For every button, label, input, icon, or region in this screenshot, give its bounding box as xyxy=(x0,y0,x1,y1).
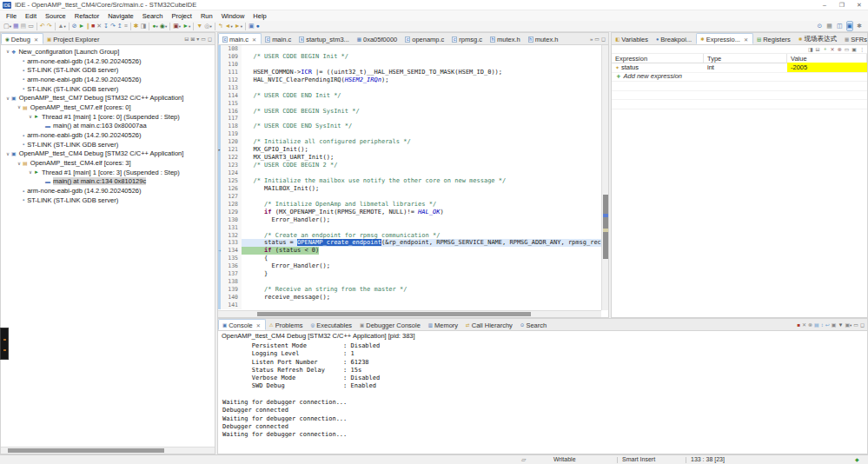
menu-navigate[interactable]: Navigate xyxy=(103,12,138,20)
scroll-lock-icon[interactable]: ↕ xyxy=(821,322,824,328)
tree-item[interactable]: ∨►Thread #1 [main] 1 [core: 3] (Suspende… xyxy=(1,168,215,177)
console-output[interactable]: Persistent Mode : Disabled Logging Level… xyxy=(218,341,867,440)
maximize-view-icon[interactable]: ◻ xyxy=(860,321,865,328)
minimized-view-icon[interactable] xyxy=(3,349,6,351)
code-line[interactable]: 124 xyxy=(218,169,601,177)
tab-startup-stm3-[interactable]: sstartup_stm3... xyxy=(295,33,354,44)
clear-console-icon[interactable]: ▤ xyxy=(814,321,819,328)
close-window-icon[interactable]: ✕ xyxy=(851,0,868,10)
dropdown-arrow-icon[interactable]: ▾ xyxy=(189,24,190,29)
display-console-icon[interactable]: ▼ xyxy=(838,322,843,328)
info-icon[interactable]: ● xyxy=(256,22,260,30)
terminate-icon[interactable]: ■ xyxy=(797,322,800,328)
dropdown-arrow-icon[interactable]: ▾ xyxy=(241,24,242,29)
tab--[interactable]: ✱现场表达式 xyxy=(795,33,841,44)
show-type-names-icon[interactable]: ◨ xyxy=(808,46,813,52)
debug-perspective-icon[interactable]: ▣ xyxy=(847,22,853,30)
target-status-icon[interactable]: ◎▾ xyxy=(204,22,211,31)
menu-source[interactable]: Source xyxy=(41,12,70,20)
tree-item[interactable]: ∨►Thread #1 [main] 1 [core: 0] (Suspende… xyxy=(1,112,215,122)
copy-expressions-icon[interactable]: ▭ xyxy=(845,46,850,52)
menu-file[interactable]: File xyxy=(2,12,21,20)
minimize-view-icon[interactable]: ▭ xyxy=(594,36,600,42)
disconnect-icon[interactable]: ✕ xyxy=(96,22,102,30)
step-return-icon[interactable]: ↥ xyxy=(117,22,123,30)
step-into-icon[interactable]: ↧ xyxy=(103,22,109,30)
suspend-icon[interactable]: ∥ xyxy=(87,22,90,30)
code-line[interactable]: 117 xyxy=(218,115,601,123)
forward-icon[interactable]: ►▾ xyxy=(235,22,242,31)
coverage-icon[interactable]: ▣▾ xyxy=(173,22,181,31)
add-expression-row[interactable]: ＋Add new expression xyxy=(612,73,867,83)
code-line[interactable]: 138 xyxy=(218,278,601,286)
expander-icon[interactable]: ∨ xyxy=(27,114,34,119)
tree-item[interactable]: ∨▤OpenAMP_ttest_CM7.elf [cores: 0] xyxy=(1,103,215,112)
editor-hscrollbar[interactable] xyxy=(218,310,601,317)
tab-main-c[interactable]: cmain.c✕ xyxy=(218,33,262,44)
collapse-all-icon[interactable]: ⊟ xyxy=(184,36,189,42)
code-line[interactable]: 118 /* USER CODE END SysInit */ xyxy=(218,123,601,130)
last-edit-location-icon[interactable]: ↰ xyxy=(218,22,223,30)
hscroll-thumb[interactable] xyxy=(257,312,531,316)
tree-item[interactable]: ▪ST-LINK (ST-LINK GDB server) xyxy=(1,196,215,205)
column-header-expression[interactable]: Expression xyxy=(612,54,704,63)
dropdown-arrow-icon[interactable]: ▾ xyxy=(165,24,167,29)
skip-breakpoints-icon[interactable]: ⊘ xyxy=(72,22,77,30)
tab-memory[interactable]: ▥Memory xyxy=(425,319,462,330)
tab-openamp-c[interactable]: copenamp.c xyxy=(401,33,448,44)
code-line[interactable]: 127 xyxy=(218,193,601,201)
code-line[interactable]: 110 xyxy=(218,61,601,69)
run-icon[interactable]: ●▾ xyxy=(152,22,158,31)
remove-expression-icon[interactable]: ✕ xyxy=(831,46,835,52)
tab-variables[interactable]: ◧Variables xyxy=(612,33,653,44)
tree-item[interactable]: ▬main() at main.c:134 0x810129c xyxy=(1,177,215,187)
remove-terminated-icon[interactable]: ⊠ xyxy=(190,36,195,42)
remove-all-launches-icon[interactable]: ⊗ xyxy=(808,321,812,328)
code-line[interactable]: 137 } xyxy=(218,270,601,278)
close-icon[interactable]: ✕ xyxy=(252,36,256,43)
close-icon[interactable]: ✕ xyxy=(744,36,748,43)
dropdown-arrow-icon[interactable]: ▾ xyxy=(10,24,11,29)
code-line[interactable]: 126 MAILBOX_Init(); xyxy=(218,185,601,193)
tab-sfrs[interactable]: ▦SFRs xyxy=(841,33,868,44)
tree-item[interactable]: ∨▣OpenAMP_ttest_CM4 Debug [STM32 C/C++ A… xyxy=(1,149,215,159)
open-perspective-icon[interactable]: ▦ xyxy=(826,22,832,30)
code-line[interactable]: 140 receive_message(); xyxy=(218,294,601,302)
code-line[interactable]: 136 Error_Handler(); xyxy=(218,262,601,270)
instruction-stepping-icon[interactable]: ≡ xyxy=(124,22,128,30)
vscroll-thumb[interactable] xyxy=(603,195,608,259)
menu-window[interactable]: Window xyxy=(217,12,249,20)
code-line[interactable]: 122 MX_USART3_UART_Init(); xyxy=(218,154,601,162)
code-line[interactable]: 132 /* Create an endpoint for rpmsg comm… xyxy=(218,232,601,240)
dropdown-arrow-icon[interactable]: ▾ xyxy=(63,24,65,29)
expander-icon[interactable]: ∨ xyxy=(16,104,23,109)
tab-mutex-h[interactable]: hmutex.h xyxy=(525,33,563,44)
tree-item[interactable]: ∨❖New_configuration [Launch Group] xyxy=(1,47,215,56)
debug-panel-hscrollbar[interactable] xyxy=(1,447,215,454)
maximize-window-icon[interactable]: ❐ xyxy=(833,0,851,10)
remove-all-expressions-icon[interactable]: ⊗ xyxy=(838,46,842,52)
overview-marker-selection[interactable] xyxy=(603,214,608,217)
redo-icon[interactable]: ↷ xyxy=(47,22,52,30)
dropdown-arrow-icon[interactable]: ▾ xyxy=(156,24,158,29)
code-line[interactable]: 131 xyxy=(218,224,601,232)
new-expression-icon[interactable]: ✱ xyxy=(134,22,139,30)
tree-item[interactable]: ▪arm-none-eabi-gdb (14.2.90.20240526) xyxy=(1,186,215,196)
column-header-value[interactable]: Value xyxy=(787,54,867,63)
tree-item[interactable]: ∨▤OpenAMP_ttest_CM4.elf [cores: 3] xyxy=(1,158,215,168)
maximize-view-icon[interactable]: ◻ xyxy=(208,36,212,42)
show-view-icon[interactable]: ◨ xyxy=(141,22,147,30)
code-line[interactable]: 115 xyxy=(218,100,601,108)
search-icon[interactable]: ⊙ xyxy=(817,22,822,30)
tree-item[interactable]: ▪arm-none-eabi-gdb (14.2.90.20240526) xyxy=(1,75,215,84)
progress-icon[interactable]: ◆ xyxy=(855,455,859,464)
tab-problems[interactable]: ⚠Problems xyxy=(266,319,308,330)
minimize-view-icon[interactable]: ▭ xyxy=(853,321,858,328)
add-expression-icon[interactable]: ＋ xyxy=(823,45,828,53)
expander-icon[interactable]: ∨ xyxy=(4,151,11,156)
tab-call-hierarchy[interactable]: ⇄Call Hierarchy xyxy=(462,319,517,330)
code-line[interactable]: 111 HSEM_COMMON->ICR |= ((uint32_t)__HAL… xyxy=(218,69,601,76)
new-wizard-icon[interactable]: ▢▾ xyxy=(3,22,11,31)
code-line[interactable]: 119 xyxy=(218,130,601,138)
external-tools-icon[interactable]: ►▾ xyxy=(182,22,190,31)
